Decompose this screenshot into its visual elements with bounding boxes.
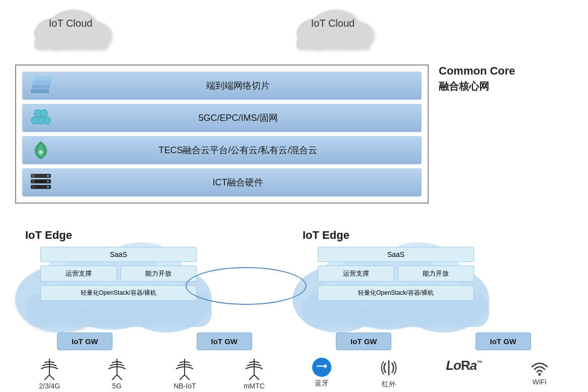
icon-wifi-label: WiFi [533,378,547,386]
svg-rect-3 [34,39,107,49]
svg-line-44 [117,375,122,380]
icon-2g3g4g-label: 2/3/4G [39,382,60,390]
antenna-nbiot-icon [175,358,194,380]
svg-rect-21 [32,180,35,183]
common-core-box: 端到端网络切片 5GC/EPC/IMS/固网 [15,64,429,204]
iot-edge-right-inner: SaaS 运营支撑 能力开放 轻量化OpenStack/容器/裸机 [318,247,474,301]
layer-tecs-text: TECS融合云平台/公有云/私有云/混合云 [61,144,416,156]
svg-line-43 [112,375,117,380]
tecs-icon [28,140,53,160]
gw-section: IoT GW IoT GW IoT GW IoT GW [0,333,588,350]
icon-ir-label: 红外 [382,380,396,389]
icon-mmtc-label: mMTC [244,382,265,390]
honeycomb-icon [28,108,53,128]
layer-ict: ICT融合硬件 [22,168,422,197]
svg-line-41 [49,375,54,380]
icons-section: 2/3/4G 5G NB-IoT [0,358,588,390]
svg-rect-11 [34,76,52,80]
server-icon [28,172,53,192]
svg-rect-23 [32,185,35,189]
gw-box-4: IoT GW [476,333,531,350]
iot-edge-left-saas: SaaS [40,247,197,262]
icon-5g-label: 5G [112,382,122,390]
iot-edge-left-ops: 运营支撑 [40,266,117,282]
svg-marker-16 [43,117,51,124]
gw-box-3: IoT GW [336,333,391,350]
layer-5gc: 5GC/EPC/IMS/固网 [22,104,422,132]
wifi-icon [530,358,549,376]
svg-point-17 [39,150,43,154]
iot-edge-right-row1: 运营支撑 能力开放 [318,266,474,282]
cloud-right-label: IoT Cloud [287,18,378,29]
common-core-label: Common Core 融合核心网 [439,64,540,93]
connection-oval [186,267,307,305]
svg-rect-9 [32,85,50,89]
icon-2g3g4g: 2/3/4G [39,358,60,390]
stack-icon [28,76,53,96]
layer-network-slice-text: 端到端网络切片 [61,80,416,92]
bluetooth-icon: ⭢ [312,358,331,377]
svg-rect-19 [32,174,35,178]
layer-network-slice: 端到端网络切片 [22,72,422,100]
iot-edge-right-openstack: 轻量化OpenStack/容器/裸机 [318,285,474,301]
icon-nb-iot: NB-IoT [173,358,196,390]
antenna-5g-icon [108,358,126,380]
iot-edge-left-inner: SaaS 运营支撑 能力开放 轻量化OpenStack/容器/裸机 [40,247,197,301]
svg-rect-7 [297,39,369,49]
svg-marker-13 [40,110,48,117]
main-container: IoT Cloud IoT Cloud [0,0,588,392]
layer-5gc-text: 5GC/EPC/IMS/固网 [61,112,416,124]
svg-line-46 [180,375,185,380]
cloud-top-left: IoT Cloud [25,3,116,53]
antenna-mmtc-icon [245,358,263,380]
antenna-2g3g4g-icon [40,358,58,380]
svg-marker-15 [31,117,39,124]
ir-icon [379,358,398,378]
icon-ir: 红外 [379,358,398,389]
svg-line-50 [254,375,259,380]
lora-icon: LoRa™ [446,358,482,373]
icon-wifi: WiFi [530,358,549,386]
icon-5g: 5G [108,358,126,390]
iot-edge-left-openstack: 轻量化OpenStack/容器/裸机 [40,285,197,301]
svg-point-25 [47,180,49,182]
iot-edge-right-saas: SaaS [318,247,474,262]
icon-bluetooth-label: 蓝牙 [315,379,329,388]
layer-ict-text: ICT融合硬件 [61,176,416,188]
cloud-top-right: IoT Cloud [287,3,378,53]
core-label-en: Common Core [439,64,540,78]
svg-rect-10 [33,80,51,84]
svg-point-26 [47,186,49,188]
icon-bluetooth: ⭢ 蓝牙 [312,358,331,388]
gw-box-2: IoT GW [197,333,252,350]
iot-edge-left-cap: 能力开放 [121,266,197,282]
svg-rect-8 [31,89,49,93]
icon-mmtc: mMTC [244,358,265,390]
cloud-left-label: IoT Cloud [25,18,116,29]
icon-nb-iot-label: NB-IoT [173,382,196,390]
core-label-cn: 融合核心网 [439,80,540,93]
svg-line-40 [44,375,49,380]
iot-edge-right-ops: 运营支撑 [318,266,394,282]
iot-edge-right-cap: 能力开放 [398,266,475,282]
svg-line-47 [185,375,190,380]
iot-edge-left-row1: 运营支撑 能力开放 [40,266,197,282]
gw-box-1: IoT GW [57,333,112,350]
layer-tecs: TECS融合云平台/公有云/私有云/混合云 [22,136,422,164]
icon-lora: LoRa™ LoRa [446,358,482,383]
svg-point-52 [538,373,541,376]
svg-line-49 [249,375,254,380]
iot-edge-left-label: IoT Edge [25,229,72,242]
iot-edge-right-label: IoT Edge [303,229,349,242]
iot-edge-right: IoT Edge SaaS 运营支撑 能力开放 轻量化OpenStack/容器/… [287,222,504,333]
svg-point-24 [47,175,49,177]
